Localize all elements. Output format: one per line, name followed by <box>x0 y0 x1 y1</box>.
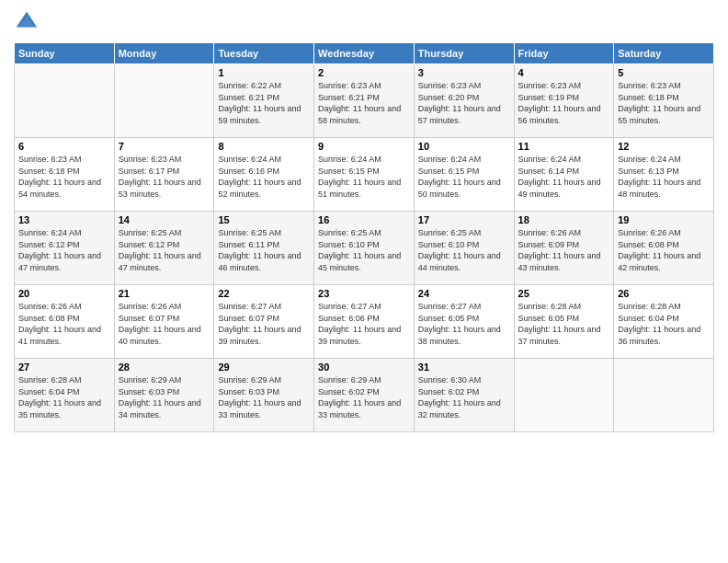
cell-info: Sunrise: 6:25 AMSunset: 6:10 PMDaylight:… <box>318 227 410 273</box>
day-number: 3 <box>418 67 510 78</box>
calendar-cell <box>514 359 614 432</box>
calendar-cell: 30Sunrise: 6:29 AMSunset: 6:02 PMDayligh… <box>314 359 415 432</box>
calendar-cell: 4Sunrise: 6:23 AMSunset: 6:19 PMDaylight… <box>514 64 614 138</box>
cell-info: Sunrise: 6:26 AMSunset: 6:08 PMDaylight:… <box>618 227 710 273</box>
cell-info: Sunrise: 6:24 AMSunset: 6:16 PMDaylight:… <box>218 154 310 200</box>
calendar-table: SundayMondayTuesdayWednesdayThursdayFrid… <box>14 42 714 432</box>
cell-info: Sunrise: 6:26 AMSunset: 6:08 PMDaylight:… <box>18 301 110 347</box>
calendar-cell: 8Sunrise: 6:24 AMSunset: 6:16 PMDaylight… <box>214 138 314 212</box>
cell-info: Sunrise: 6:26 AMSunset: 6:07 PMDaylight:… <box>119 301 210 347</box>
day-number: 16 <box>318 214 410 225</box>
calendar-cell: 7Sunrise: 6:23 AMSunset: 6:17 PMDaylight… <box>114 138 214 212</box>
calendar-cell: 23Sunrise: 6:27 AMSunset: 6:06 PMDayligh… <box>314 285 415 359</box>
weekday-header: Thursday <box>414 43 514 64</box>
day-number: 17 <box>418 214 510 225</box>
day-number: 19 <box>618 214 710 225</box>
day-number: 2 <box>318 67 410 78</box>
calendar-cell: 19Sunrise: 6:26 AMSunset: 6:08 PMDayligh… <box>614 212 714 285</box>
day-number: 31 <box>418 362 510 373</box>
calendar-cell: 14Sunrise: 6:25 AMSunset: 6:12 PMDayligh… <box>114 212 214 285</box>
day-number: 9 <box>318 141 410 152</box>
cell-info: Sunrise: 6:23 AMSunset: 6:17 PMDaylight:… <box>119 154 210 200</box>
day-number: 5 <box>618 67 710 78</box>
calendar-cell: 25Sunrise: 6:28 AMSunset: 6:05 PMDayligh… <box>514 285 614 359</box>
day-number: 14 <box>119 214 210 225</box>
cell-info: Sunrise: 6:23 AMSunset: 6:18 PMDaylight:… <box>618 80 710 126</box>
day-number: 22 <box>218 288 310 299</box>
calendar-cell: 9Sunrise: 6:24 AMSunset: 6:15 PMDaylight… <box>314 138 415 212</box>
calendar-cell: 5Sunrise: 6:23 AMSunset: 6:18 PMDaylight… <box>614 64 714 138</box>
logo <box>14 9 41 35</box>
day-number: 11 <box>518 141 610 152</box>
calendar-cell: 31Sunrise: 6:30 AMSunset: 6:02 PMDayligh… <box>414 359 514 432</box>
calendar-cell: 1Sunrise: 6:22 AMSunset: 6:21 PMDaylight… <box>214 64 314 138</box>
calendar-week-row: 20Sunrise: 6:26 AMSunset: 6:08 PMDayligh… <box>15 285 714 359</box>
calendar-cell: 21Sunrise: 6:26 AMSunset: 6:07 PMDayligh… <box>114 285 214 359</box>
calendar-cell: 24Sunrise: 6:27 AMSunset: 6:05 PMDayligh… <box>414 285 514 359</box>
calendar-cell: 11Sunrise: 6:24 AMSunset: 6:14 PMDayligh… <box>514 138 614 212</box>
day-number: 20 <box>18 288 110 299</box>
weekday-header: Wednesday <box>314 43 415 64</box>
calendar-cell: 17Sunrise: 6:25 AMSunset: 6:10 PMDayligh… <box>414 212 514 285</box>
cell-info: Sunrise: 6:29 AMSunset: 6:03 PMDaylight:… <box>218 374 310 420</box>
calendar-cell: 3Sunrise: 6:23 AMSunset: 6:20 PMDaylight… <box>414 64 514 138</box>
weekday-header: Saturday <box>614 43 714 64</box>
calendar-cell: 26Sunrise: 6:28 AMSunset: 6:04 PMDayligh… <box>614 285 714 359</box>
cell-info: Sunrise: 6:24 AMSunset: 6:12 PMDaylight:… <box>18 227 110 273</box>
day-number: 8 <box>218 141 310 152</box>
calendar-week-row: 27Sunrise: 6:28 AMSunset: 6:04 PMDayligh… <box>15 359 714 432</box>
day-number: 30 <box>318 362 410 373</box>
cell-info: Sunrise: 6:23 AMSunset: 6:19 PMDaylight:… <box>518 80 610 126</box>
day-number: 28 <box>119 362 210 373</box>
page-header <box>14 9 714 35</box>
cell-info: Sunrise: 6:25 AMSunset: 6:11 PMDaylight:… <box>218 227 310 273</box>
calendar-cell: 29Sunrise: 6:29 AMSunset: 6:03 PMDayligh… <box>214 359 314 432</box>
day-number: 23 <box>318 288 410 299</box>
calendar-cell: 15Sunrise: 6:25 AMSunset: 6:11 PMDayligh… <box>214 212 314 285</box>
cell-info: Sunrise: 6:27 AMSunset: 6:07 PMDaylight:… <box>218 301 310 347</box>
calendar-cell: 28Sunrise: 6:29 AMSunset: 6:03 PMDayligh… <box>114 359 214 432</box>
weekday-header: Friday <box>514 43 614 64</box>
day-number: 10 <box>418 141 510 152</box>
cell-info: Sunrise: 6:28 AMSunset: 6:04 PMDaylight:… <box>618 301 710 347</box>
calendar-cell <box>114 64 214 138</box>
cell-info: Sunrise: 6:27 AMSunset: 6:06 PMDaylight:… <box>318 301 410 347</box>
day-number: 13 <box>18 214 110 225</box>
weekday-header: Sunday <box>15 43 115 64</box>
logo-icon <box>14 9 40 35</box>
day-number: 6 <box>18 141 110 152</box>
calendar-cell: 12Sunrise: 6:24 AMSunset: 6:13 PMDayligh… <box>614 138 714 212</box>
calendar-week-row: 13Sunrise: 6:24 AMSunset: 6:12 PMDayligh… <box>15 212 714 285</box>
calendar-cell: 20Sunrise: 6:26 AMSunset: 6:08 PMDayligh… <box>15 285 115 359</box>
day-number: 29 <box>218 362 310 373</box>
day-number: 18 <box>518 214 610 225</box>
day-number: 15 <box>218 214 310 225</box>
cell-info: Sunrise: 6:28 AMSunset: 6:04 PMDaylight:… <box>18 374 110 420</box>
day-number: 7 <box>119 141 210 152</box>
calendar-week-row: 6Sunrise: 6:23 AMSunset: 6:18 PMDaylight… <box>15 138 714 212</box>
cell-info: Sunrise: 6:24 AMSunset: 6:15 PMDaylight:… <box>318 154 410 200</box>
calendar-body: 1Sunrise: 6:22 AMSunset: 6:21 PMDaylight… <box>15 64 714 432</box>
cell-info: Sunrise: 6:27 AMSunset: 6:05 PMDaylight:… <box>418 301 510 347</box>
cell-info: Sunrise: 6:24 AMSunset: 6:15 PMDaylight:… <box>418 154 510 200</box>
cell-info: Sunrise: 6:25 AMSunset: 6:12 PMDaylight:… <box>119 227 210 273</box>
day-number: 1 <box>218 67 310 78</box>
calendar-cell: 6Sunrise: 6:23 AMSunset: 6:18 PMDaylight… <box>15 138 115 212</box>
day-number: 12 <box>618 141 710 152</box>
calendar-cell <box>614 359 714 432</box>
cell-info: Sunrise: 6:23 AMSunset: 6:21 PMDaylight:… <box>318 80 410 126</box>
cell-info: Sunrise: 6:24 AMSunset: 6:14 PMDaylight:… <box>518 154 610 200</box>
cell-info: Sunrise: 6:29 AMSunset: 6:02 PMDaylight:… <box>318 374 410 420</box>
calendar-cell: 13Sunrise: 6:24 AMSunset: 6:12 PMDayligh… <box>15 212 115 285</box>
weekday-header: Monday <box>114 43 214 64</box>
cell-info: Sunrise: 6:23 AMSunset: 6:18 PMDaylight:… <box>18 154 110 200</box>
day-number: 25 <box>518 288 610 299</box>
day-number: 4 <box>518 67 610 78</box>
calendar-cell: 10Sunrise: 6:24 AMSunset: 6:15 PMDayligh… <box>414 138 514 212</box>
calendar-week-row: 1Sunrise: 6:22 AMSunset: 6:21 PMDaylight… <box>15 64 714 138</box>
calendar-cell: 22Sunrise: 6:27 AMSunset: 6:07 PMDayligh… <box>214 285 314 359</box>
day-number: 27 <box>18 362 110 373</box>
day-number: 24 <box>418 288 510 299</box>
cell-info: Sunrise: 6:24 AMSunset: 6:13 PMDaylight:… <box>618 154 710 200</box>
calendar-cell: 18Sunrise: 6:26 AMSunset: 6:09 PMDayligh… <box>514 212 614 285</box>
